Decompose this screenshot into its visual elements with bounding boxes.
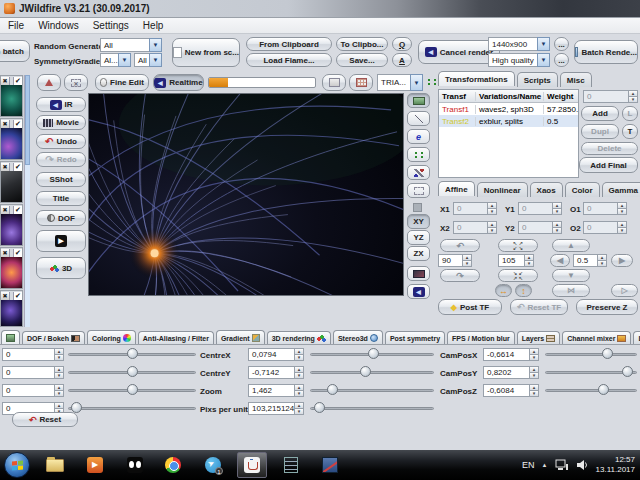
spinner[interactable]: ▴▾ [487, 202, 497, 215]
triangle-display-button[interactable] [37, 74, 61, 91]
thumbnail-image[interactable] [1, 171, 22, 202]
transform-weight-field[interactable]: 0 ▴▾ [583, 90, 638, 103]
thumbnail-image[interactable] [1, 257, 22, 288]
pixs-per-unit-slider[interactable] [310, 402, 434, 415]
move-up-button[interactable]: ▲ [552, 239, 590, 252]
delete-transform-button[interactable]: Delete [581, 142, 638, 155]
y1-field[interactable]: 0▴▾ [518, 202, 562, 215]
table-row[interactable]: Transf1 waves2, sph3D 57.2850... [439, 103, 578, 115]
sshot-button[interactable]: SShot [36, 172, 86, 187]
aux-value-field[interactable]: 0▴▾ [2, 366, 64, 379]
tab-dof-bokeh[interactable]: DOF / Bokeh [22, 331, 85, 344]
thumbnail-image[interactable] [1, 128, 22, 159]
enlarge-button[interactable]: ↖ ↗ ↙ ↘ [498, 239, 538, 252]
quality-select[interactable]: High quality ▼ [488, 53, 550, 67]
tab-3d-rendering[interactable]: 3D rendering [267, 331, 331, 344]
symmetry-select[interactable]: Al... ▼ [100, 53, 131, 67]
camposy-field[interactable]: 0,8202▴▾ [483, 366, 539, 379]
random-batch-button[interactable]: m batch [0, 40, 30, 62]
move-step-field[interactable]: 105▴▾ [498, 254, 534, 267]
grid-snap-button[interactable] [349, 74, 373, 91]
undo-button[interactable]: ↶Undo [36, 134, 86, 149]
tab-layers[interactable]: Layers [517, 331, 561, 344]
spinner[interactable]: ▴▾ [294, 384, 304, 397]
thumbnail-checkbox[interactable]: ✔ [13, 77, 22, 85]
camposz-slider[interactable] [545, 384, 637, 397]
edit-translate-toggle[interactable]: ↔ [495, 284, 512, 297]
menu-item-help[interactable]: Help [143, 20, 164, 31]
spinner[interactable]: ▴▾ [462, 254, 472, 267]
render-3d-button[interactable]: 3D [36, 257, 86, 279]
thumbnail-delete-button[interactable]: ✖ [1, 249, 10, 257]
flame-thumbnail[interactable]: ✖✔ [0, 118, 23, 160]
transform-t-button[interactable]: T [622, 124, 638, 139]
pixs-per-unit-field[interactable]: 103,2151241▴▾ [248, 402, 304, 415]
random-generator-select[interactable]: All ▼ [100, 38, 162, 52]
camposx-slider[interactable] [545, 348, 637, 361]
centrey-field[interactable]: -0,7142▴▾ [248, 366, 304, 379]
duplicate-transform-button[interactable]: Dupl [581, 124, 619, 139]
aux-value-field[interactable]: 0▴▾ [2, 384, 64, 397]
spinner[interactable]: ▴▾ [617, 221, 627, 234]
tab-coloring[interactable]: Coloring [87, 330, 136, 344]
spinner[interactable]: ▴▾ [617, 202, 627, 215]
tab-antialiasing-filter[interactable]: Anti-Aliasing / Filter [138, 331, 214, 344]
node-edit-button[interactable] [407, 165, 430, 180]
post-tf-toggle[interactable]: ◆Post TF [438, 299, 502, 315]
view-xy-button[interactable]: XY [407, 214, 430, 229]
rotate-step-field[interactable]: 90▴▾ [438, 254, 472, 267]
spinner[interactable]: ▴▾ [54, 384, 64, 397]
aux-slider[interactable] [68, 366, 196, 379]
spinner[interactable]: ▴▾ [529, 348, 539, 361]
linked-transform-button[interactable]: L [622, 106, 638, 121]
tab-affine[interactable]: Affine [438, 181, 475, 196]
spinner[interactable]: ▴▾ [524, 254, 534, 267]
from-clipboard-button[interactable]: From Clipboard [246, 37, 332, 51]
small-preview-button[interactable] [407, 266, 430, 281]
thumbnail-image[interactable] [1, 300, 22, 326]
camposx-field[interactable]: -0,6614▴▾ [483, 348, 539, 361]
tray-clock[interactable]: 12:57 13.11.2017 [596, 455, 638, 475]
view-zx-button[interactable]: ZX [407, 246, 430, 261]
aux-slider[interactable] [68, 384, 196, 397]
spinner[interactable]: ▴▾ [552, 221, 562, 234]
centrex-field[interactable]: 0,0794▴▾ [248, 348, 304, 361]
preserve-z-button[interactable]: Preserve Z [576, 299, 638, 315]
tab-misc[interactable]: Misc [560, 72, 592, 87]
spinner[interactable]: ▴▾ [294, 402, 304, 415]
spinner[interactable]: ▴▾ [529, 384, 539, 397]
tab-channel-mixer[interactable]: Channel mixer [562, 331, 631, 344]
spinner[interactable]: ▴▾ [487, 221, 497, 234]
x1-field[interactable]: 0▴▾ [453, 202, 497, 215]
flame-thumbnail[interactable]: ✖✔ [0, 290, 23, 327]
taskbar-item-telegram[interactable]: 1 [198, 452, 228, 478]
spinner[interactable]: ▴▾ [628, 90, 638, 103]
resolution-select[interactable]: 1440x900 ▼ [488, 37, 550, 51]
spinner[interactable]: ▴▾ [294, 366, 304, 379]
o2-field[interactable]: 0▴▾ [583, 221, 627, 234]
tab-camera-icon[interactable] [1, 330, 20, 344]
network-icon[interactable] [555, 459, 569, 471]
tab-nonlinear[interactable]: Nonlinear [477, 182, 528, 197]
spinner[interactable]: ▴▾ [294, 348, 304, 361]
scale-step-field[interactable]: 0.5▴▾ [573, 254, 607, 267]
redo-button[interactable]: ↷Redo [36, 152, 86, 167]
resolution-more-button[interactable]: ... [554, 37, 569, 51]
zoom-field[interactable]: 1,462▴▾ [248, 384, 304, 397]
move-right-button[interactable]: ▶ [611, 254, 633, 267]
grid-toggle-button[interactable] [322, 74, 346, 91]
volume-icon[interactable] [576, 459, 589, 471]
rotate-left-button[interactable]: ↶ [440, 239, 480, 252]
thumbnail-checkbox[interactable]: ✔ [13, 292, 22, 300]
spinner[interactable]: ▴▾ [552, 202, 562, 215]
x2-field[interactable]: 0▴▾ [453, 221, 497, 234]
thumbnail-delete-button[interactable]: ✖ [1, 120, 10, 128]
triangle-style-select[interactable]: TRIA... ▼ [377, 74, 423, 91]
load-flame-button[interactable]: Load Flame... [246, 53, 332, 67]
edit-scale-toggle[interactable]: ↕ [515, 284, 532, 297]
menu-item-file[interactable]: File [8, 20, 24, 31]
thumbnail-delete-button[interactable]: ✖ [1, 77, 10, 85]
quality-more-button[interactable]: ... [554, 53, 569, 67]
y2-field[interactable]: 0▴▾ [518, 221, 562, 234]
table-row[interactable]: Transf2 exblur, splits 0.5 [439, 115, 578, 127]
